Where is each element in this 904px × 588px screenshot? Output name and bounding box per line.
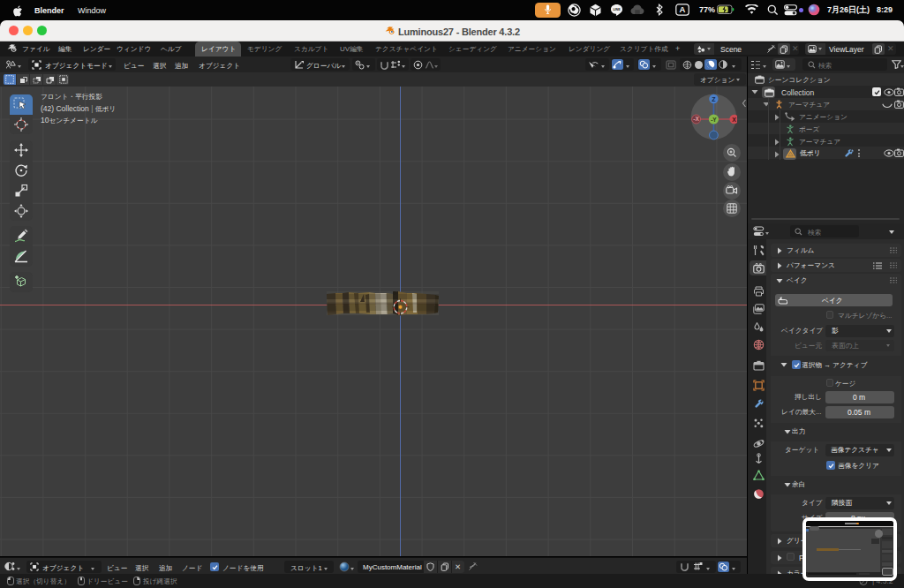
svg-text:-X: -X	[693, 116, 699, 122]
svg-text:LINE: LINE	[613, 8, 621, 11]
svg-text:Z: Z	[712, 96, 716, 102]
svg-text:A: A	[680, 4, 686, 14]
svg-text:X: X	[732, 117, 736, 123]
svg-text:-Y: -Y	[711, 117, 717, 123]
